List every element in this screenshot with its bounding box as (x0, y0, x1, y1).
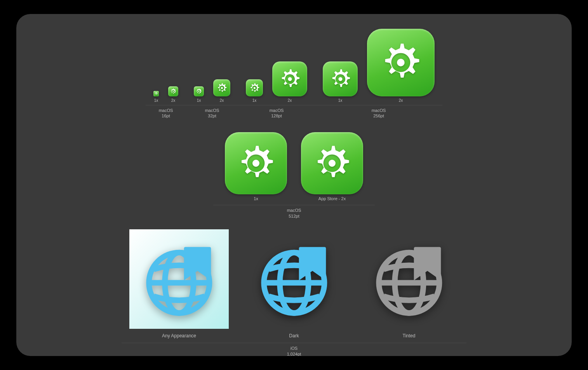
group-macos-16pt: 1x 2x macOS 16pt (146, 85, 186, 119)
group-macos-128pt: 1x 2x macOS 128pt (238, 60, 315, 119)
gear-icon (367, 29, 435, 96)
os-label: macOS (372, 108, 386, 113)
scale-label: 1x (197, 98, 201, 103)
gear-icon (168, 86, 178, 96)
scale-label: 1x (254, 196, 258, 202)
scale-label: 2x (399, 98, 403, 103)
gear-icon (301, 132, 363, 194)
globe-bookmark-icon (359, 229, 459, 329)
scale-label: 1x (154, 98, 158, 103)
appearance-label: Dark (289, 333, 299, 339)
scale-label: 2x (171, 98, 176, 103)
slot-macos-32-2x[interactable]: 2x (213, 79, 230, 103)
slot-ios-tinted[interactable]: Tinted (359, 229, 459, 339)
os-label: iOS (287, 346, 301, 351)
os-label: macOS (159, 108, 173, 113)
slot-macos-128-2x[interactable]: 2x (272, 61, 307, 103)
scale-label: 2x (220, 98, 224, 103)
os-label: macOS (205, 108, 219, 113)
scale-label: 1x (252, 98, 257, 103)
scale-label: 2x (288, 98, 292, 103)
gear-icon (194, 86, 204, 96)
gear-icon (272, 61, 307, 96)
group-macos-256pt: 1x 2x macOS 256pt (315, 27, 442, 119)
slot-ios-any-appearance[interactable]: Any Appearance (129, 229, 229, 339)
pt-label: 256pt (372, 113, 386, 119)
slot-macos-512-1x[interactable]: 1x (225, 132, 287, 202)
group-ios-1024pt: Any Appearance Dark Tinted iOS 1,024pt (16, 229, 572, 356)
slot-macos-16-2x[interactable]: 2x (168, 86, 178, 103)
scale-label: 1x (338, 98, 343, 103)
os-label: macOS (270, 108, 284, 113)
slot-macos-32-1x[interactable]: 1x (194, 86, 204, 103)
scale-label: App Store - 2x (318, 196, 346, 202)
pt-label: 32pt (205, 113, 219, 119)
group-macos-512pt: 1x App Store - 2x macOS 512pt (16, 132, 572, 219)
asset-catalog-canvas: 1x 2x macOS 16pt 1x 2x (16, 14, 572, 356)
pt-label: 128pt (270, 113, 284, 119)
pt-label: 1,024pt (287, 351, 301, 356)
slot-macos-128-1x[interactable]: 1x (246, 79, 263, 103)
slot-macos-512-appstore[interactable]: App Store - 2x (301, 132, 363, 202)
slot-macos-16-1x[interactable]: 1x (153, 91, 159, 103)
pt-label: 16pt (159, 113, 173, 119)
gear-icon (323, 61, 358, 96)
gear-icon (153, 91, 159, 96)
appearance-label: Any Appearance (162, 333, 196, 339)
gear-icon (213, 79, 230, 96)
gear-icon (225, 132, 287, 194)
appearance-label: Tinted (403, 333, 416, 339)
slot-macos-256-2x[interactable]: 2x (367, 29, 435, 103)
slot-macos-256-1x[interactable]: 1x (323, 61, 358, 103)
group-macos-32pt: 1x 2x macOS 32pt (186, 78, 238, 119)
globe-bookmark-icon (129, 229, 229, 329)
macos-row-small: 1x 2x macOS 16pt 1x 2x (16, 27, 572, 119)
gear-icon (246, 79, 263, 96)
pt-label: 512pt (287, 213, 301, 219)
slot-ios-dark[interactable]: Dark (244, 229, 344, 339)
os-label: macOS (287, 208, 301, 213)
globe-bookmark-icon (244, 229, 344, 329)
